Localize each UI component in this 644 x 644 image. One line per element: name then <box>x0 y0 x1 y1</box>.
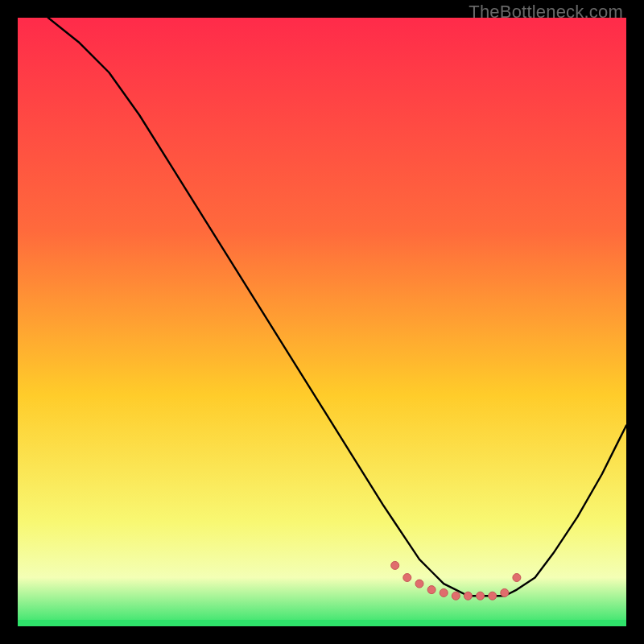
valley-marker <box>403 574 411 582</box>
valley-marker <box>477 592 485 600</box>
valley-marker <box>427 586 436 594</box>
valley-marker <box>391 561 399 569</box>
valley-marker <box>440 588 448 597</box>
valley-marker <box>452 592 460 600</box>
valley-marker <box>501 588 509 597</box>
green-strip <box>18 620 626 626</box>
valley-marker <box>489 592 497 600</box>
chart-frame <box>18 18 626 626</box>
watermark-text: TheBottleneck.com <box>469 2 623 23</box>
valley-marker <box>415 580 423 588</box>
bottleneck-chart <box>18 18 626 626</box>
gradient-background <box>18 18 626 626</box>
valley-marker <box>513 574 521 582</box>
valley-marker <box>464 592 472 600</box>
